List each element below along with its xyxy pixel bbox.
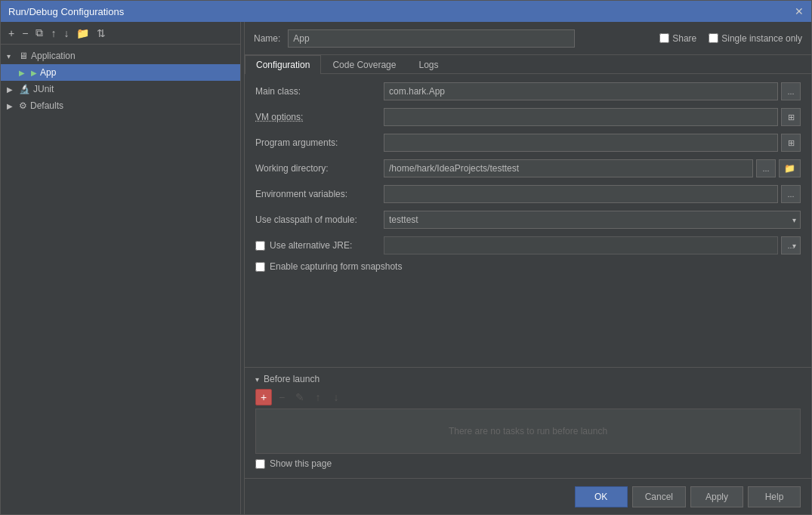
- main-class-browse-btn[interactable]: ...: [781, 82, 801, 100]
- working-directory-browse-btn[interactable]: ...: [756, 159, 776, 177]
- environment-variables-browse-btn[interactable]: ...: [781, 185, 801, 203]
- close-button[interactable]: ✕: [795, 5, 804, 17]
- single-instance-label: Single instance only: [721, 33, 802, 44]
- working-directory-folder-btn[interactable]: 📁: [779, 159, 801, 177]
- alt-jre-label: Use alternative JRE:: [270, 240, 352, 251]
- single-instance-checkbox[interactable]: [709, 33, 718, 43]
- tree-arrow-application: ▾: [7, 52, 16, 60]
- main-class-input[interactable]: [384, 82, 778, 100]
- environment-variables-input-wrap: ...: [384, 185, 801, 203]
- cancel-button[interactable]: Cancel: [632, 486, 686, 507]
- launch-up-button[interactable]: ↑: [310, 389, 326, 406]
- copy-config-button[interactable]: ⧉: [32, 25, 46, 41]
- classpath-label: Use classpath of module:: [255, 214, 384, 225]
- vm-options-expand-btn[interactable]: ⊞: [781, 108, 801, 126]
- main-class-row: Main class: ...: [255, 82, 801, 101]
- working-directory-row: Working directory: ... 📁: [255, 159, 801, 178]
- vm-options-row: VM options: ⊞: [255, 107, 801, 127]
- sort-button[interactable]: ⇅: [94, 26, 109, 41]
- tree-label-application: Application: [31, 51, 76, 61]
- vm-options-label: VM options:: [255, 112, 384, 122]
- before-launch-title: Before launch: [264, 374, 320, 384]
- form-snapshots-label: Enable capturing form snapshots: [270, 261, 402, 272]
- launch-toolbar: + − ✎ ↑ ↓: [255, 389, 801, 406]
- form-snapshots-row: Enable capturing form snapshots: [255, 261, 801, 272]
- launch-add-button[interactable]: +: [255, 389, 272, 406]
- add-config-button[interactable]: +: [5, 26, 17, 41]
- launch-down-button[interactable]: ↓: [328, 389, 344, 406]
- environment-variables-input[interactable]: [384, 185, 778, 203]
- right-panel: Name: Share Single instance only Confi: [245, 22, 811, 514]
- left-panel: + − ⧉ ↑ ↓ 📁 ⇅ ▾ 🖥 Application ▶ ▶: [1, 22, 241, 514]
- move-up-button[interactable]: ↑: [48, 26, 59, 41]
- junit-group-icon: 🔬: [19, 84, 30, 94]
- working-directory-input-wrap: ... 📁: [384, 159, 801, 177]
- tree-arrow-app: ▶: [19, 69, 28, 77]
- no-tasks-text: There are no tasks to run before launch: [449, 426, 607, 436]
- ok-button[interactable]: OK: [575, 486, 628, 507]
- apply-button[interactable]: Apply: [690, 486, 743, 507]
- share-checkbox[interactable]: [659, 33, 669, 43]
- show-page-checkbox[interactable]: [255, 459, 265, 469]
- defaults-group-icon: ⚙: [19, 100, 27, 111]
- tab-code-coverage[interactable]: Code Coverage: [321, 55, 407, 74]
- name-input[interactable]: [288, 29, 575, 48]
- launch-remove-button[interactable]: −: [273, 389, 290, 406]
- tree-label-junit: JUnit: [33, 84, 54, 94]
- dialog-title: Run/Debug Configurations: [8, 6, 124, 17]
- program-arguments-expand-btn[interactable]: ⊞: [781, 134, 801, 152]
- vm-options-input[interactable]: [384, 108, 778, 126]
- tree-arrow-defaults: ▶: [7, 102, 16, 110]
- left-toolbar: + − ⧉ ↑ ↓ 📁 ⇅: [1, 22, 240, 45]
- launch-tasks-area: There are no tasks to run before launch: [255, 409, 801, 454]
- vm-options-input-wrap: ⊞: [384, 108, 801, 126]
- before-launch-header[interactable]: ▾ Before launch: [255, 374, 801, 384]
- config-content: Main class: ... VM options: ⊞: [245, 74, 811, 367]
- working-directory-label: Working directory:: [255, 163, 384, 174]
- help-button[interactable]: Help: [748, 486, 801, 507]
- alt-jre-row: Use alternative JRE: ▾ ...: [255, 236, 801, 255]
- main-class-label: Main class:: [255, 86, 384, 97]
- launch-edit-button[interactable]: ✎: [292, 389, 308, 406]
- form-snapshots-checkbox[interactable]: [255, 262, 265, 272]
- alt-jre-select-wrap: ▾ ...: [384, 236, 801, 254]
- tree-arrow-junit: ▶: [7, 85, 16, 94]
- tab-configuration[interactable]: Configuration: [245, 55, 321, 74]
- run-debug-dialog: Run/Debug Configurations ✕ + − ⧉ ↑ ↓ 📁 ⇅…: [0, 0, 812, 515]
- main-area: + − ⧉ ↑ ↓ 📁 ⇅ ▾ 🖥 Application ▶ ▶: [1, 22, 811, 514]
- title-bar: Run/Debug Configurations ✕: [1, 1, 811, 22]
- program-arguments-input-wrap: ⊞: [384, 134, 801, 152]
- program-arguments-label: Program arguments:: [255, 137, 384, 148]
- tab-logs[interactable]: Logs: [407, 55, 449, 74]
- name-label: Name:: [254, 33, 280, 44]
- classpath-select-wrap: testtest ▾: [384, 211, 801, 229]
- tree-item-application[interactable]: ▾ 🖥 Application: [1, 48, 240, 64]
- share-checkbox-label: Share: [659, 33, 696, 44]
- header-checkboxes: Share Single instance only: [659, 33, 802, 44]
- program-arguments-input[interactable]: [384, 134, 778, 152]
- alt-jre-browse-btn[interactable]: ...: [781, 236, 801, 254]
- tree-label-defaults: Defaults: [30, 100, 63, 111]
- environment-variables-row: Environment variables: ...: [255, 184, 801, 204]
- tree-item-junit[interactable]: ▶ 🔬 JUnit: [1, 81, 240, 97]
- working-directory-input[interactable]: [384, 159, 753, 177]
- remove-config-button[interactable]: −: [19, 26, 31, 41]
- classpath-select[interactable]: testtest: [384, 211, 801, 229]
- new-folder-button[interactable]: 📁: [73, 26, 92, 41]
- before-launch-section: ▾ Before launch + − ✎ ↑ ↓ There are no t…: [245, 367, 811, 478]
- main-class-input-wrap: ...: [384, 82, 801, 100]
- classpath-row: Use classpath of module: testtest ▾: [255, 210, 801, 230]
- before-launch-arrow: ▾: [255, 375, 259, 384]
- move-down-button[interactable]: ↓: [60, 26, 72, 41]
- program-arguments-row: Program arguments: ⊞: [255, 133, 801, 153]
- alt-jre-checkbox[interactable]: [255, 241, 265, 251]
- single-instance-checkbox-label: Single instance only: [709, 33, 802, 44]
- show-page-label: Show this page: [270, 458, 332, 469]
- environment-variables-label: Environment variables:: [255, 189, 384, 199]
- config-tree: ▾ 🖥 Application ▶ ▶ App ▶ 🔬 JUnit: [1, 45, 240, 514]
- tree-item-app[interactable]: ▶ ▶ App: [1, 64, 240, 81]
- alt-jre-select[interactable]: [384, 236, 778, 254]
- name-row: Name: Share Single instance only: [245, 22, 811, 55]
- tree-item-defaults[interactable]: ▶ ⚙ Defaults: [1, 97, 240, 114]
- tree-label-app: App: [40, 67, 56, 78]
